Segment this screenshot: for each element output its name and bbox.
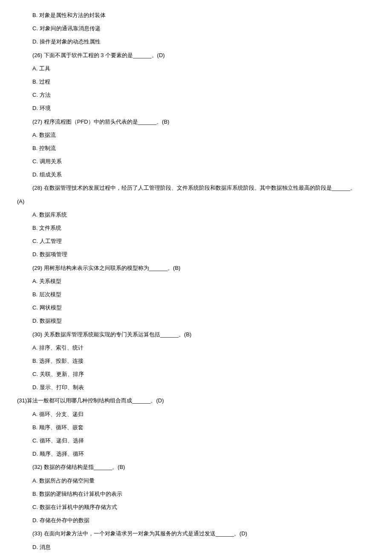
text-line: B. 对象是属性和方法的封装体 <box>9 9 383 22</box>
text-line: B. 控制流 <box>9 142 383 155</box>
text-line: B. 层次模型 <box>9 288 383 301</box>
text-line: D. 数据项管理 <box>9 248 383 261</box>
text-line: C. 数据在计算机中的顺序存储方式 <box>9 500 383 514</box>
text-line: A. 排序、索引、统计 <box>9 341 383 354</box>
text-line: (33) 在面向对象方法中，一个对象请求另一对象为其服务的方式是通过发送____… <box>9 527 383 540</box>
text-line: B. 选择、投影、连接 <box>9 354 383 367</box>
text-line: C. 调用关系 <box>9 155 383 168</box>
text-line: D. 操作是对象的动态性属性 <box>9 35 383 48</box>
text-line: D. 顺序、选择、循环 <box>9 447 383 460</box>
text-line: C. 人工管理 <box>9 234 383 248</box>
text-line: C. 网状模型 <box>9 301 383 314</box>
text-line: B. 过程 <box>9 75 383 88</box>
text-line: C. 循环、递归、选择 <box>9 434 383 447</box>
text-line: A. 循环、分支、递归 <box>9 408 383 421</box>
text-line: A. 数据所占的存储空间量 <box>9 474 383 487</box>
text-line: (29) 用树形结构来表示实体之间联系的模型称为______。(B) <box>9 261 383 275</box>
text-line: C. 方法 <box>9 88 383 101</box>
text-line: (30) 关系数据库管理系统能实现的专门关系运算包括______。(B) <box>9 328 383 341</box>
text-line: (31)算法一般都可以用哪几种控制结构组合而成______。(D) <box>9 394 383 407</box>
document-content: B. 对象是属性和方法的封装体C. 对象间的通讯靠消息传递D. 操作是对象的动态… <box>9 9 383 554</box>
text-line: D. 环境 <box>9 101 383 115</box>
text-line: (26) 下面不属于软件工程的 3 个要素的是______。(D) <box>9 49 383 62</box>
text-line: D. 组成关系 <box>9 168 383 181</box>
text-line: D. 显示、打印、制表 <box>9 381 383 394</box>
text-line: B. 文件系统 <box>9 221 383 234</box>
text-line: A. 工具 <box>9 62 383 75</box>
text-line: A. 数据流 <box>9 128 383 142</box>
text-line: (32) 数据的存储结构是指______。(B) <box>9 460 383 474</box>
text-line: (27) 程序流程图（PFD）中的箭头代表的是______。(B) <box>9 115 383 128</box>
text-line: D. 存储在外存中的数据 <box>9 514 383 527</box>
text-line: C. 关联、更新、排序 <box>9 367 383 381</box>
text-line: C. 对象间的通讯靠消息传递 <box>9 22 383 35</box>
text-line: B. 数据的逻辑结构在计算机中的表示 <box>9 487 383 500</box>
text-line: A. 数据库系统 <box>9 208 383 221</box>
text-line: (A) <box>9 195 383 208</box>
text-line: D. 数据模型 <box>9 314 383 327</box>
text-line: A. 关系模型 <box>9 275 383 288</box>
text-line: B. 顺序、循环、嵌套 <box>9 421 383 434</box>
text-line: D. 消息 <box>9 541 383 554</box>
text-line: (28) 在数据管理技术的发展过程中，经历了人工管理阶段、文件系统阶段和数据库系… <box>9 181 383 194</box>
